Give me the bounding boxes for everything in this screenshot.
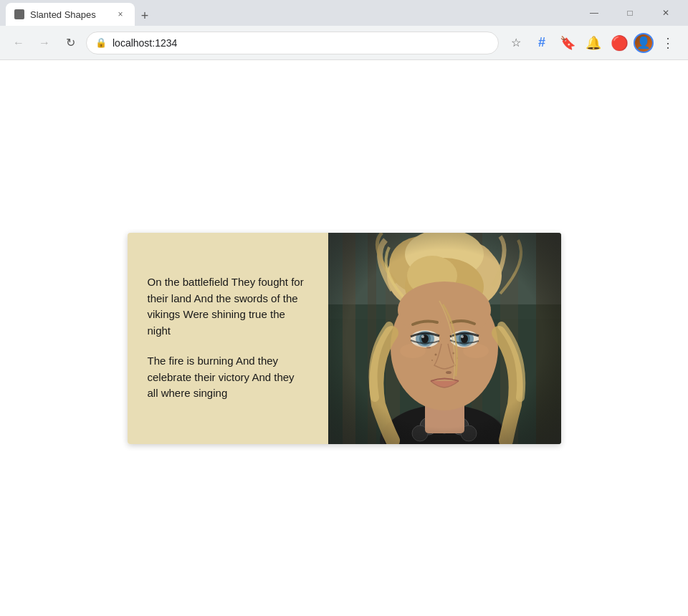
close-button[interactable]: ✕: [649, 0, 682, 26]
address-bar: ← → ↻ 🔒 localhost:1234 ☆ # 🔖 🔔: [0, 26, 688, 60]
shield-icon: 🔔: [586, 35, 601, 51]
card-paragraph-2: The fire is burning And they celebrate t…: [148, 353, 308, 402]
content-card: On the battlefield They fought for their…: [128, 233, 561, 444]
browser-window: Slanted Shapes × + — □ ✕ ←: [0, 0, 688, 616]
star-icon: ☆: [511, 36, 521, 49]
circle-icon: 🔴: [611, 34, 629, 52]
url-text: localhost:1234: [113, 37, 177, 49]
viking-image: [328, 233, 561, 444]
back-button[interactable]: ←: [9, 33, 29, 53]
card-paragraph-1: On the battlefield They fought for their…: [148, 274, 308, 339]
toolbar-icons: ☆ # 🔖 🔔 🔴 👤 ⋮: [505, 32, 679, 54]
tab-close-button[interactable]: ×: [115, 9, 126, 20]
extension-shield-button[interactable]: 🔔: [582, 32, 605, 54]
hashtag-icon: #: [538, 35, 545, 50]
bookmark-star-button[interactable]: ☆: [505, 32, 527, 54]
menu-icon: ⋮: [661, 35, 674, 51]
extension-hashtag-button[interactable]: #: [530, 32, 553, 54]
card-text-panel: On the battlefield They fought for their…: [128, 233, 328, 444]
active-tab[interactable]: Slanted Shapes ×: [6, 3, 135, 26]
new-tab-button[interactable]: +: [135, 6, 155, 26]
title-bar: Slanted Shapes × + — □ ✕: [0, 0, 688, 26]
card-image-panel: [328, 233, 561, 444]
maximize-button[interactable]: □: [613, 0, 646, 26]
tab-strip: Slanted Shapes × +: [6, 0, 575, 26]
menu-button[interactable]: ⋮: [656, 32, 679, 54]
forward-button[interactable]: →: [34, 33, 54, 53]
tab-favicon: [14, 9, 24, 19]
minimize-button[interactable]: —: [578, 0, 611, 26]
omnibox[interactable]: 🔒 localhost:1234: [86, 32, 499, 54]
page-content: On the battlefield They fought for their…: [0, 60, 688, 616]
extension-circle-button[interactable]: 🔴: [608, 32, 631, 54]
profile-icon: 👤: [636, 36, 651, 49]
window-controls: — □ ✕: [578, 0, 682, 26]
flame-icon: 🔖: [560, 35, 575, 51]
tab-title: Slanted Shapes: [30, 9, 96, 20]
profile-avatar[interactable]: 👤: [634, 33, 654, 53]
extension-flame-button[interactable]: 🔖: [556, 32, 579, 54]
reload-button[interactable]: ↻: [60, 33, 80, 53]
svg-rect-43: [328, 233, 561, 444]
lock-icon: 🔒: [95, 37, 107, 48]
